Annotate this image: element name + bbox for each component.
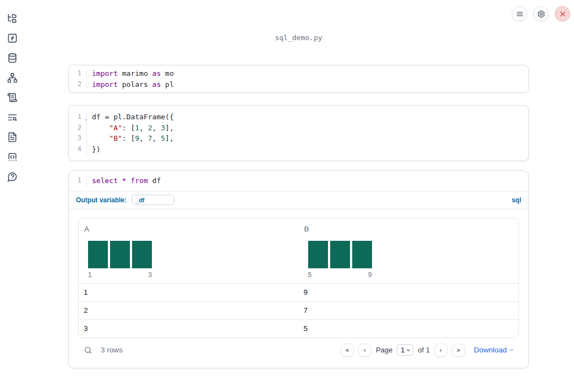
notebook: sql_demo.py 1 import marimo as mo 2 impo… bbox=[68, 0, 529, 392]
code-cell-dataframe[interactable]: 1 df = pl.DataFrame({ 2 "A": [1, 2, 3], … bbox=[68, 105, 529, 161]
first-page-button[interactable]: « bbox=[341, 344, 354, 357]
network-icon bbox=[7, 73, 18, 83]
column-header-a[interactable]: A 1 3 bbox=[79, 218, 299, 283]
code-line: 1 df = pl.DataFrame({ bbox=[69, 112, 528, 123]
line-number: 2 bbox=[69, 79, 87, 90]
sidebar-item-help[interactable] bbox=[6, 170, 19, 183]
table-row[interactable]: 2 7 bbox=[79, 301, 518, 319]
sidebar-item-snippets[interactable] bbox=[6, 150, 19, 163]
file-text-icon bbox=[7, 132, 18, 142]
line-number: 4 bbox=[69, 144, 87, 155]
page-select-value: 1 bbox=[401, 346, 404, 354]
histogram-max: 9 bbox=[368, 271, 372, 279]
histogram-bar bbox=[132, 241, 152, 268]
table-row[interactable]: 1 9 bbox=[79, 283, 518, 301]
sidebar-item-data-sources[interactable] bbox=[6, 51, 19, 64]
line-number: 1 bbox=[69, 68, 87, 79]
download-button[interactable]: Download bbox=[474, 346, 515, 354]
code-editor[interactable]: 1 df = pl.DataFrame({ 2 "A": [1, 2, 3], … bbox=[69, 106, 528, 161]
page-select[interactable]: 1 bbox=[397, 344, 413, 356]
sidebar-item-tracebacks[interactable] bbox=[6, 111, 19, 124]
next-page-button[interactable]: › bbox=[434, 344, 447, 357]
table-cell: 7 bbox=[299, 306, 519, 314]
column-histogram: 5 9 bbox=[308, 241, 372, 279]
code-line: 1 select * from df bbox=[69, 175, 528, 186]
cell-output: A 1 3 bbox=[69, 209, 528, 368]
sidebar-item-file-explorer[interactable] bbox=[6, 12, 19, 25]
table-cell: 3 bbox=[79, 324, 299, 333]
sql-editor[interactable]: 1 select * from df bbox=[69, 171, 528, 191]
histogram-bar bbox=[330, 241, 350, 268]
line-number: 1 bbox=[69, 112, 87, 123]
download-label: Download bbox=[474, 346, 507, 354]
chevron-down-icon bbox=[406, 347, 411, 353]
sidebar bbox=[0, 0, 24, 392]
table-footer: 3 rows « ‹ Page 1 of 1 › » Download bbox=[78, 338, 519, 362]
histogram-bar bbox=[308, 241, 328, 268]
code-line: 1 import marimo as mo bbox=[69, 68, 528, 79]
histogram-bar bbox=[352, 241, 372, 268]
function-square-icon bbox=[7, 33, 18, 43]
histogram-bars bbox=[308, 241, 372, 268]
histogram-bars bbox=[88, 241, 152, 268]
sidebar-item-dependency-graph[interactable] bbox=[6, 71, 19, 84]
table-cell: 2 bbox=[79, 306, 299, 314]
code-line: 2 "A": [1, 2, 3], bbox=[69, 123, 528, 134]
shutdown-button[interactable] bbox=[555, 6, 570, 21]
database-icon bbox=[7, 53, 18, 63]
help-bubble-icon bbox=[7, 172, 18, 182]
table-cell: 5 bbox=[299, 324, 519, 333]
sidebar-item-logs[interactable] bbox=[6, 91, 19, 104]
column-histogram: 1 3 bbox=[88, 241, 152, 279]
output-variable-input[interactable] bbox=[132, 195, 174, 205]
column-name: B bbox=[304, 225, 513, 233]
last-page-button[interactable]: » bbox=[452, 344, 465, 357]
table-cell: 9 bbox=[299, 288, 519, 296]
notebook-filename: sql_demo.py bbox=[68, 34, 529, 42]
code-line: 2 import polars as pl bbox=[69, 79, 528, 90]
code-square-icon bbox=[7, 152, 18, 162]
table-row[interactable]: 3 5 bbox=[79, 319, 518, 338]
column-name: A bbox=[84, 225, 293, 233]
settings-button[interactable] bbox=[533, 6, 549, 21]
row-count: 3 rows bbox=[101, 346, 123, 354]
page-label: Page bbox=[376, 346, 392, 354]
sidebar-item-variables[interactable] bbox=[6, 31, 19, 45]
line-number: 2 bbox=[69, 123, 87, 134]
line-number: 3 bbox=[69, 133, 87, 144]
search-icon[interactable] bbox=[84, 346, 92, 355]
sql-cell[interactable]: 1 select * from df Output variable: sql … bbox=[68, 170, 529, 368]
histogram-bar bbox=[88, 241, 108, 268]
gear-icon bbox=[537, 10, 545, 18]
table-header: A 1 3 bbox=[79, 218, 518, 283]
histogram-max: 3 bbox=[148, 271, 152, 279]
file-tree-icon bbox=[7, 13, 18, 24]
histogram-min: 5 bbox=[308, 271, 312, 279]
histogram-range: 5 9 bbox=[308, 271, 372, 279]
line-number: 1 bbox=[69, 175, 87, 186]
sql-cell-toolbar: Output variable: sql bbox=[69, 191, 528, 209]
language-badge: sql bbox=[512, 196, 521, 204]
code-line: 4 }) bbox=[69, 144, 528, 155]
code-line: 3 "B": [9, 7, 5], bbox=[69, 133, 528, 144]
scroll-text-icon bbox=[7, 92, 18, 103]
page-of-label: of 1 bbox=[418, 346, 430, 354]
histogram-range: 1 3 bbox=[88, 271, 152, 279]
previous-page-button[interactable]: ‹ bbox=[358, 344, 371, 357]
output-variable-label: Output variable: bbox=[76, 196, 127, 204]
histogram-min: 1 bbox=[88, 271, 92, 279]
dataframe-table: A 1 3 bbox=[78, 218, 519, 338]
chevron-down-icon bbox=[509, 347, 515, 353]
code-cell-imports[interactable]: 1 import marimo as mo 2 import polars as… bbox=[68, 65, 529, 93]
close-icon bbox=[559, 10, 567, 18]
histogram-bar bbox=[110, 241, 130, 268]
code-editor[interactable]: 1 import marimo as mo 2 import polars as… bbox=[69, 65, 528, 92]
sidebar-item-documentation[interactable] bbox=[6, 130, 19, 143]
list-search-icon bbox=[7, 112, 18, 123]
table-cell: 1 bbox=[79, 288, 299, 296]
column-header-b[interactable]: B 5 9 bbox=[299, 218, 519, 283]
